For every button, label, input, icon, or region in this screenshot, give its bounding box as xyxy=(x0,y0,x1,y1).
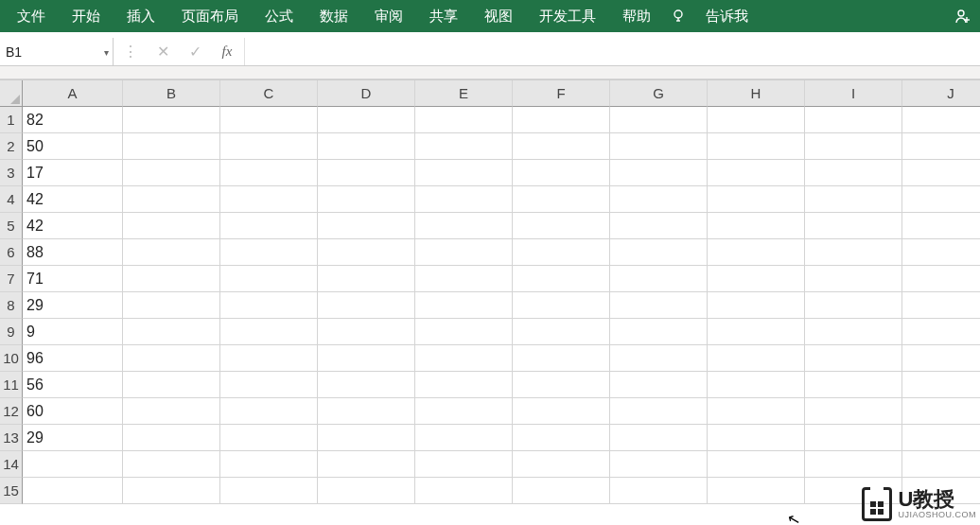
cell-A7[interactable]: 71 xyxy=(23,266,123,292)
cell-I8[interactable] xyxy=(805,292,902,319)
cell-F6[interactable] xyxy=(513,239,610,266)
cell-A15[interactable] xyxy=(23,478,123,504)
column-header-D[interactable]: D xyxy=(318,80,415,107)
cell-D14[interactable] xyxy=(318,451,415,478)
fx-icon[interactable]: fx xyxy=(218,44,236,60)
cell-J8[interactable] xyxy=(902,292,980,319)
cell-J7[interactable] xyxy=(902,266,980,292)
row-header-3[interactable]: 3 xyxy=(0,160,23,186)
column-header-A[interactable]: A xyxy=(23,80,123,107)
cell-C12[interactable] xyxy=(220,398,318,425)
cell-H13[interactable] xyxy=(708,425,805,451)
cell-B13[interactable] xyxy=(123,425,220,451)
tab-help[interactable]: 帮助 xyxy=(609,0,664,32)
tab-review[interactable]: 审阅 xyxy=(361,0,416,32)
cell-F2[interactable] xyxy=(513,133,610,160)
tab-data[interactable]: 数据 xyxy=(306,0,361,32)
cell-C4[interactable] xyxy=(220,186,318,213)
cell-J3[interactable] xyxy=(902,160,980,186)
row-header-7[interactable]: 7 xyxy=(0,266,23,292)
chevron-down-icon[interactable]: ▾ xyxy=(104,46,109,57)
cell-G8[interactable] xyxy=(610,292,708,319)
cell-E15[interactable] xyxy=(415,478,513,504)
cell-C10[interactable] xyxy=(220,345,318,372)
cell-I9[interactable] xyxy=(805,319,902,345)
cell-D12[interactable] xyxy=(318,398,415,425)
cell-D9[interactable] xyxy=(318,319,415,345)
cell-E10[interactable] xyxy=(415,345,513,372)
tell-me-search[interactable]: 告诉我 xyxy=(692,0,761,32)
row-header-9[interactable]: 9 xyxy=(0,319,23,345)
cell-G10[interactable] xyxy=(610,345,708,372)
cell-B12[interactable] xyxy=(123,398,220,425)
cell-A13[interactable]: 29 xyxy=(23,425,123,451)
cell-F7[interactable] xyxy=(513,266,610,292)
cell-G9[interactable] xyxy=(610,319,708,345)
cell-G7[interactable] xyxy=(610,266,708,292)
cell-B15[interactable] xyxy=(123,478,220,504)
column-header-C[interactable]: C xyxy=(220,80,318,107)
cell-A5[interactable]: 42 xyxy=(23,213,123,239)
cell-J9[interactable] xyxy=(902,319,980,345)
cell-F8[interactable] xyxy=(513,292,610,319)
formula-input[interactable] xyxy=(245,38,980,65)
cell-H7[interactable] xyxy=(708,266,805,292)
cell-H11[interactable] xyxy=(708,372,805,398)
cell-I1[interactable] xyxy=(805,107,902,133)
cell-I7[interactable] xyxy=(805,266,902,292)
row-header-10[interactable]: 10 xyxy=(0,345,23,372)
cell-C15[interactable] xyxy=(220,478,318,504)
cell-H2[interactable] xyxy=(708,133,805,160)
cell-I11[interactable] xyxy=(805,372,902,398)
cell-J2[interactable] xyxy=(902,133,980,160)
cell-D8[interactable] xyxy=(318,292,415,319)
cell-C6[interactable] xyxy=(220,239,318,266)
cell-E6[interactable] xyxy=(415,239,513,266)
cell-J6[interactable] xyxy=(902,239,980,266)
cell-J1[interactable] xyxy=(902,107,980,133)
cell-C5[interactable] xyxy=(220,213,318,239)
cell-D7[interactable] xyxy=(318,266,415,292)
column-header-E[interactable]: E xyxy=(415,80,513,107)
cell-J4[interactable] xyxy=(902,186,980,213)
row-header-1[interactable]: 1 xyxy=(0,107,23,133)
tab-file[interactable]: 文件 xyxy=(4,0,59,32)
cell-E7[interactable] xyxy=(415,266,513,292)
cell-H9[interactable] xyxy=(708,319,805,345)
cell-D13[interactable] xyxy=(318,425,415,451)
cell-G13[interactable] xyxy=(610,425,708,451)
cell-H8[interactable] xyxy=(708,292,805,319)
cell-J5[interactable] xyxy=(902,213,980,239)
cell-C11[interactable] xyxy=(220,372,318,398)
cell-C8[interactable] xyxy=(220,292,318,319)
cell-F11[interactable] xyxy=(513,372,610,398)
cell-F4[interactable] xyxy=(513,186,610,213)
cell-A12[interactable]: 60 xyxy=(23,398,123,425)
column-header-J[interactable]: J xyxy=(902,80,980,107)
cell-G6[interactable] xyxy=(610,239,708,266)
cell-H12[interactable] xyxy=(708,398,805,425)
cell-B4[interactable] xyxy=(123,186,220,213)
cell-H5[interactable] xyxy=(708,213,805,239)
cell-H6[interactable] xyxy=(708,239,805,266)
cell-H15[interactable] xyxy=(708,478,805,504)
cell-G12[interactable] xyxy=(610,398,708,425)
cell-B1[interactable] xyxy=(123,107,220,133)
row-header-13[interactable]: 13 xyxy=(0,425,23,451)
cell-I2[interactable] xyxy=(805,133,902,160)
cell-H10[interactable] xyxy=(708,345,805,372)
cell-E14[interactable] xyxy=(415,451,513,478)
tab-home[interactable]: 开始 xyxy=(59,0,114,32)
cell-D3[interactable] xyxy=(318,160,415,186)
cell-C7[interactable] xyxy=(220,266,318,292)
cell-D10[interactable] xyxy=(318,345,415,372)
cell-D6[interactable] xyxy=(318,239,415,266)
tab-developer[interactable]: 开发工具 xyxy=(526,0,609,32)
cell-G2[interactable] xyxy=(610,133,708,160)
row-header-14[interactable]: 14 xyxy=(0,451,23,478)
cell-B14[interactable] xyxy=(123,451,220,478)
cell-B6[interactable] xyxy=(123,239,220,266)
lightbulb-icon[interactable] xyxy=(664,0,692,32)
cell-E13[interactable] xyxy=(415,425,513,451)
cell-G11[interactable] xyxy=(610,372,708,398)
